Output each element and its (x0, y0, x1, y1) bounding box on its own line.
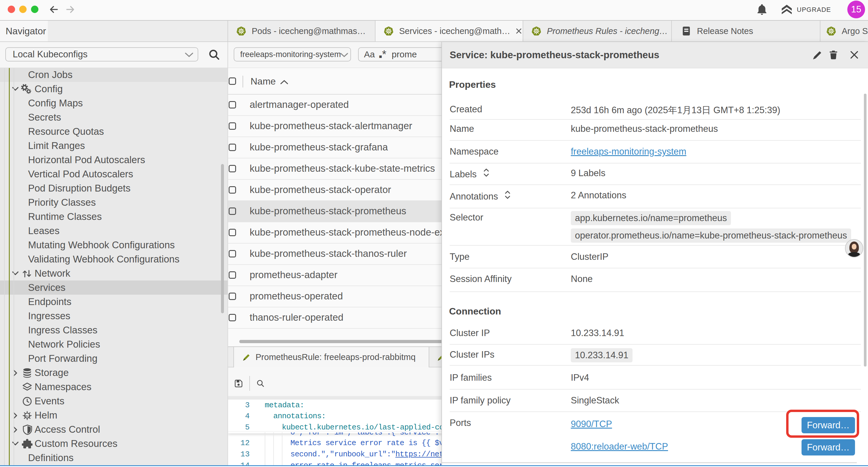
svg-text:HELM: HELM (24, 415, 31, 417)
